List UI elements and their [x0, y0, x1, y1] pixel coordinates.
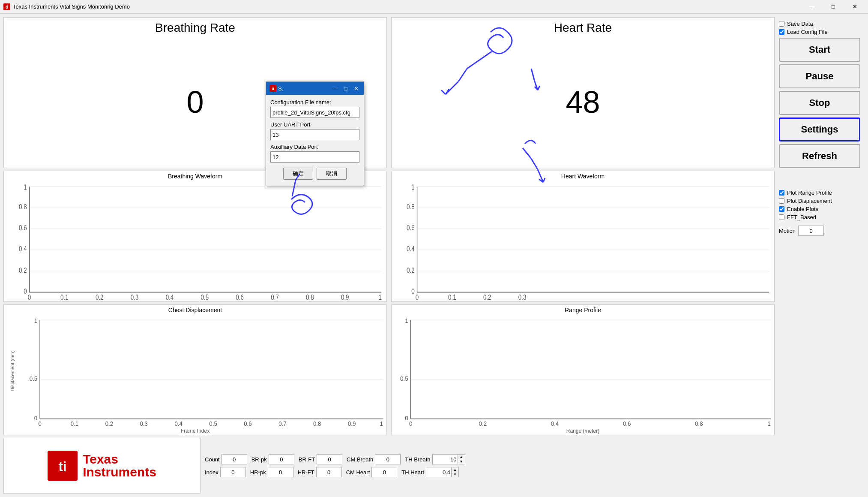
svg-text:0: 0	[24, 288, 27, 295]
chest-displacement-area: Displacement (mm) 0 0.5 1 0 0.1 0.2 0.3	[4, 314, 386, 428]
svg-text:0.2: 0.2	[407, 267, 415, 274]
refresh-button[interactable]: Refresh	[779, 144, 860, 168]
plot-displacement-label: Plot Displacement	[787, 198, 832, 204]
plot-checkboxes: Plot Range Profile Plot Displacement Ena…	[779, 190, 865, 220]
dialog-cancel-button[interactable]: 取消	[317, 168, 347, 180]
cm-heart-metric: CM Heart	[346, 467, 398, 477]
pause-button[interactable]: Pause	[779, 64, 860, 88]
save-data-label: Save Data	[787, 21, 813, 27]
uart-port-field: User UART Port	[270, 121, 359, 140]
minimize-button[interactable]: —	[802, 2, 822, 12]
settings-dialog[interactable]: ti S. — □ ✕ Configuration File name: Use…	[266, 81, 364, 186]
svg-text:0.3: 0.3	[518, 294, 527, 301]
lower-checkboxes: Plot Range Profile Plot Displacement Ena…	[779, 188, 865, 236]
title-bar: ti Texas Instruments Vital Signs Monitor…	[0, 0, 868, 14]
count-label: Count	[205, 456, 220, 463]
load-config-checkbox[interactable]	[779, 29, 784, 35]
right-charts: Heart Waveform 0 0.2 0.4 0.6 0.8 1 0	[391, 171, 775, 435]
svg-text:0.8: 0.8	[407, 203, 415, 211]
load-config-checkbox-item[interactable]: Load Config File	[779, 29, 865, 35]
hr-ft-input[interactable]	[316, 467, 342, 477]
svg-text:0.5: 0.5	[30, 375, 38, 382]
motion-group: Motion 0	[779, 226, 865, 236]
th-breath-input[interactable]	[432, 454, 458, 464]
chest-displacement-svg: 0 0.5 1 0 0.1 0.2 0.3 0.4 0.5 0.6 0.7 0.…	[21, 314, 386, 428]
y-axis-displacement-label: Displacement (mm)	[4, 314, 21, 428]
load-config-label: Load Config File	[787, 29, 828, 35]
settings-button[interactable]: Settings	[779, 117, 860, 142]
range-profile-panel: Range Profile 0 0.5 1 0 0.2 0.4 0.6	[391, 304, 775, 436]
hr-pk-input[interactable]	[268, 467, 293, 477]
x-axis-range-label: Range (meter)	[392, 427, 774, 435]
cm-heart-label: CM Heart	[346, 469, 370, 476]
heart-waveform-svg: 0 0.2 0.4 0.6 0.8 1 0 0.1 0.2 0.3	[392, 181, 774, 301]
dialog-minimize-button[interactable]: —	[331, 84, 340, 93]
svg-text:0.3: 0.3	[131, 294, 139, 301]
save-data-checkbox[interactable]	[779, 21, 784, 27]
svg-text:0.7: 0.7	[271, 294, 279, 301]
ti-text: Texas Instruments	[83, 453, 156, 479]
range-profile-chart: 0 0.5 1 0 0.2 0.4 0.6 0.8 1	[392, 314, 774, 428]
fft-based-checkbox[interactable]	[779, 214, 784, 220]
plot-range-profile-item[interactable]: Plot Range Profile	[779, 190, 865, 196]
svg-text:0.1: 0.1	[60, 294, 69, 301]
svg-text:0.2: 0.2	[96, 294, 104, 301]
motion-input[interactable]: 0	[798, 226, 824, 236]
count-input[interactable]	[221, 454, 247, 464]
th-breath-down[interactable]: ▼	[458, 459, 465, 464]
start-button[interactable]: Start	[779, 38, 860, 62]
svg-text:0.1: 0.1	[448, 294, 456, 301]
cm-breath-metric: CM Breath	[347, 454, 401, 464]
br-pk-input[interactable]	[269, 454, 294, 464]
config-file-input[interactable]	[270, 107, 359, 118]
uart-port-input[interactable]	[270, 129, 359, 140]
enable-plots-checkbox[interactable]	[779, 206, 784, 212]
maximize-button[interactable]: □	[823, 2, 843, 12]
th-heart-up[interactable]: ▲	[452, 467, 458, 472]
plot-displacement-checkbox[interactable]	[779, 198, 784, 204]
svg-text:0.2: 0.2	[483, 294, 491, 301]
dialog-maximize-button[interactable]: □	[341, 84, 350, 93]
plot-displacement-item[interactable]: Plot Displacement	[779, 198, 865, 204]
svg-text:1: 1	[405, 317, 408, 324]
save-data-checkbox-item[interactable]: Save Data	[779, 21, 865, 27]
breathing-waveform-panel: Breathing Waveform 0 0.2 0.4 0.6 0.8	[3, 171, 387, 302]
svg-text:0.5: 0.5	[209, 420, 217, 427]
charts-section: Breathing Waveform 0 0.2 0.4 0.6 0.8	[3, 171, 865, 435]
range-profile-area: 0 0.5 1 0 0.2 0.4 0.6 0.8 1	[392, 314, 774, 428]
heart-rate-value: 48	[566, 36, 600, 168]
plot-range-profile-checkbox[interactable]	[779, 190, 784, 196]
cm-heart-input[interactable]	[371, 467, 397, 477]
right-lower-controls: Plot Range Profile Plot Displacement Ena…	[779, 171, 865, 435]
close-button[interactable]: ✕	[845, 2, 865, 12]
metrics-row-2: Index HR-pk HR-FT CM Heart TH Heart	[205, 467, 865, 477]
stop-button[interactable]: Stop	[779, 91, 860, 115]
heart-rate-title: Heart Rate	[554, 18, 612, 36]
br-ft-input[interactable]	[317, 454, 342, 464]
dialog-icon: ti	[269, 85, 276, 92]
chest-displacement-title: Chest Displacement	[4, 305, 386, 314]
svg-text:0.2: 0.2	[19, 267, 27, 274]
dialog-close-button[interactable]: ✕	[352, 84, 360, 93]
th-breath-up[interactable]: ▲	[458, 455, 465, 459]
th-breath-arrows: ▲ ▼	[458, 454, 465, 464]
window-title: Texas Instruments Vital Signs Monitoring…	[13, 3, 802, 10]
dialog-confirm-button[interactable]: 确定	[283, 168, 313, 180]
svg-text:0: 0	[416, 294, 419, 301]
index-input[interactable]	[220, 467, 246, 477]
dialog-title: S.	[278, 85, 329, 92]
ti-logo-icon: ti	[48, 451, 78, 481]
index-metric: Index	[205, 467, 246, 477]
th-heart-input[interactable]	[426, 467, 452, 477]
fft-based-item[interactable]: FFT_Based	[779, 214, 865, 220]
th-heart-down[interactable]: ▼	[452, 472, 458, 477]
count-metric: Count	[205, 454, 247, 464]
svg-text:0.6: 0.6	[244, 420, 252, 427]
aux-port-input[interactable]	[270, 151, 359, 163]
heart-waveform-chart: 0 0.2 0.4 0.6 0.8 1 0 0.1 0.2 0.3	[392, 181, 774, 301]
main-container: Breathing Rate 0 Heart Rate 48 Save Data…	[0, 14, 868, 497]
heart-waveform-panel: Heart Waveform 0 0.2 0.4 0.6 0.8 1 0	[391, 171, 775, 302]
cm-breath-input[interactable]	[375, 454, 401, 464]
heart-rate-panel: Heart Rate 48	[391, 17, 775, 168]
enable-plots-item[interactable]: Enable Plots	[779, 206, 865, 212]
